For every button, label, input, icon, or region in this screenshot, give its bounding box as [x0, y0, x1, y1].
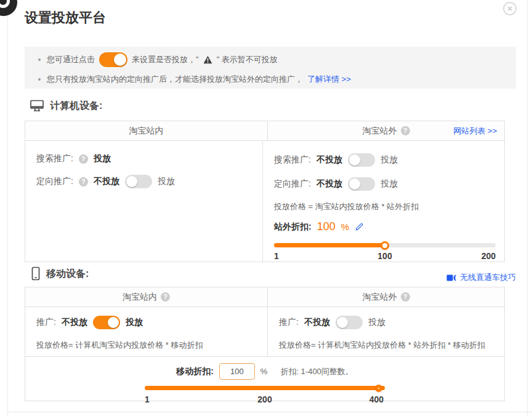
footer-divider — [7, 412, 532, 412]
off-label: 不投放 — [316, 154, 342, 166]
mobile-section-header: 移动设备: — [31, 266, 89, 281]
notice-text: 您只有投放淘宝站内的定向推广后，才能选择投放淘宝站外的定向推广， — [47, 74, 303, 85]
slider-handle[interactable] — [381, 241, 389, 250]
header-taobao-offsite: 淘宝站外 ? 网站列表 >> — [268, 121, 504, 140]
header-label: 淘宝站内 — [123, 292, 157, 303]
notice-text: " 表示暂不可投放 — [217, 54, 278, 65]
price-formula: 投放价格 = 淘宝站内投放价格 * 站外折扣 — [274, 201, 496, 212]
wireless-tips-link[interactable]: 无线直通车技巧 — [446, 272, 516, 283]
notice-text: 来设置是否投放，" — [132, 54, 199, 65]
off-label: 不投放 — [62, 317, 87, 328]
search-promo-label: 搜索推广: — [274, 154, 311, 166]
slider-handle[interactable] — [375, 385, 382, 392]
slider-max: 200 — [482, 251, 496, 261]
notice-line-2: 您只有投放淘宝站内的定向推广后，才能选择投放淘宝站外的定向推广， 了解详情 >> — [38, 71, 351, 87]
offsite-discount-slider[interactable] — [274, 243, 496, 247]
page-title: 设置投放平台 — [25, 9, 106, 27]
mobile-onsite-toggle[interactable] — [93, 316, 120, 329]
video-camera-icon — [446, 273, 457, 282]
bullet-dot — [38, 78, 41, 81]
on-label: 投放 — [126, 317, 143, 328]
edit-icon[interactable] — [355, 222, 364, 231]
header-taobao-onsite: 淘宝站内 — [25, 121, 268, 140]
on-label: 投放 — [368, 317, 385, 328]
price-formula: 投放价格= 计算机淘宝站内投放价格 * 移动折扣 — [36, 340, 259, 351]
mobile-offsite-toggle[interactable] — [336, 316, 363, 329]
learn-more-link[interactable]: 了解详情 >> — [307, 74, 351, 85]
question-icon[interactable]: ? — [401, 126, 410, 135]
onsite-target-toggle[interactable] — [125, 175, 152, 188]
notice-text: 您可通过点击 — [47, 54, 95, 65]
wireless-tips-label: 无线直通车技巧 — [460, 272, 516, 283]
mobile-discount-row: 移动折扣: % 折扣: 1-400间整数。 1 200 400 — [25, 356, 504, 401]
warning-icon — [203, 55, 212, 64]
set-platform-modal: 设置投放平台 × 您可通过点击 来设置是否投放，" " 表示暂不可投放 您只有投… — [0, 0, 532, 416]
header-label: 淘宝站外 — [363, 126, 397, 137]
mobile-offsite-cell: 推广: 不投放 投放 投放价格= 计算机淘宝站内投放价格 * 站外折扣 * 移动… — [268, 307, 504, 356]
question-icon[interactable]: ? — [79, 154, 88, 164]
computer-offsite-cell: 搜索推广: 不投放 投放 定向推广: 不投放 投放 投放价格 = 淘宝站内投放价… — [263, 141, 504, 262]
mobile-onsite-cell: 推广: 不投放 投放 投放价格= 计算机淘宝站内投放价格 * 移动折扣 — [25, 307, 268, 356]
offsite-search-toggle[interactable] — [348, 153, 375, 167]
mobile-discount-controls: 移动折扣: % 折扣: 1-400间整数。 — [25, 363, 504, 380]
header-taobao-onsite: 淘宝站内 ? — [25, 287, 268, 306]
slider-mid: 200 — [257, 394, 272, 404]
slider-min: 1 — [145, 394, 150, 404]
target-promo-row: 定向推广: 不投放 投放 — [274, 177, 496, 191]
offsite-discount-label: 站外折扣: — [274, 222, 312, 233]
website-list-link[interactable]: 网站列表 >> — [453, 126, 497, 137]
promo-row: 推广: 不投放 投放 — [279, 316, 496, 329]
target-promo-row: 定向推广: ? 不投放 投放 — [36, 175, 254, 188]
offsite-discount-row: 站外折扣: 100 % — [274, 220, 496, 233]
off-label: 不投放 — [94, 176, 119, 187]
promo-label: 推广: — [36, 317, 56, 328]
off-label: 不投放 — [304, 317, 330, 328]
notice-line-1: 您可通过点击 来设置是否投放，" " 表示暂不可投放 — [38, 52, 278, 68]
modal-left-border — [7, 0, 8, 416]
monitor-icon — [30, 99, 44, 113]
promo-label: 推广: — [279, 317, 299, 328]
slider-min: 1 — [274, 251, 279, 261]
price-formula: 投放价格= 计算机淘宝站内投放价格 * 站外折扣 * 移动折扣 — [279, 340, 496, 351]
header-label: 淘宝站外 — [363, 292, 397, 303]
offsite-slider-labels: 1 100 200 — [274, 251, 496, 262]
computer-section-header: 计算机设备: — [30, 99, 102, 113]
computer-table: 淘宝站内 淘宝站外 ? 网站列表 >> 搜索推广: ? 投放 定向推广: ? 不… — [25, 121, 505, 262]
search-promo-row: 搜索推广: 不投放 投放 — [274, 153, 496, 167]
question-icon[interactable]: ? — [161, 292, 170, 302]
page-right-edge — [527, 0, 528, 416]
mobile-section-label: 移动设备: — [46, 268, 89, 281]
demo-toggle[interactable] — [99, 52, 127, 67]
computer-onsite-cell: 搜索推广: ? 投放 定向推广: ? 不投放 投放 — [25, 141, 263, 262]
search-promo-label: 搜索推广: — [36, 153, 73, 164]
computer-table-header: 淘宝站内 淘宝站外 ? 网站列表 >> — [25, 121, 504, 141]
mobile-discount-input[interactable] — [219, 363, 255, 380]
header-label: 淘宝站内 — [129, 126, 164, 137]
slider-max: 400 — [369, 394, 384, 404]
search-promo-row: 搜索推广: ? 投放 — [36, 153, 254, 164]
mobile-discount-hint: 折扣: 1-400间整数。 — [280, 366, 353, 377]
search-promo-status: 投放 — [94, 153, 111, 164]
smartphone-icon — [31, 266, 41, 281]
question-icon[interactable]: ? — [401, 292, 410, 302]
target-promo-label: 定向推广: — [274, 178, 311, 190]
bullet-dot — [38, 58, 41, 61]
mobile-table-header: 淘宝站内 ? 淘宝站外 ? — [25, 287, 504, 307]
target-promo-label: 定向推广: — [36, 176, 73, 187]
mobile-discount-unit: % — [260, 367, 268, 376]
header-taobao-offsite: 淘宝站外 ? — [268, 287, 504, 306]
offsite-discount-unit: % — [341, 222, 349, 232]
offsite-target-toggle[interactable] — [348, 177, 375, 191]
question-icon[interactable]: ? — [79, 177, 88, 186]
mobile-table: 淘宝站内 ? 淘宝站外 ? 推广: 不投放 投放 投放价格= 计算机淘宝站内投放… — [25, 287, 505, 401]
close-icon[interactable]: × — [503, 2, 517, 15]
mobile-slider-labels: 1 200 400 — [145, 394, 385, 406]
mobile-discount-label: 移动折扣: — [176, 366, 214, 377]
promo-row: 推广: 不投放 投放 — [36, 316, 259, 329]
on-label: 投放 — [381, 178, 398, 190]
mobile-discount-slider[interactable] — [145, 386, 385, 390]
on-label: 投放 — [381, 154, 398, 166]
on-label: 投放 — [158, 176, 175, 187]
slider-mid: 100 — [377, 251, 392, 261]
corner-logo-icon — [0, 0, 17, 16]
